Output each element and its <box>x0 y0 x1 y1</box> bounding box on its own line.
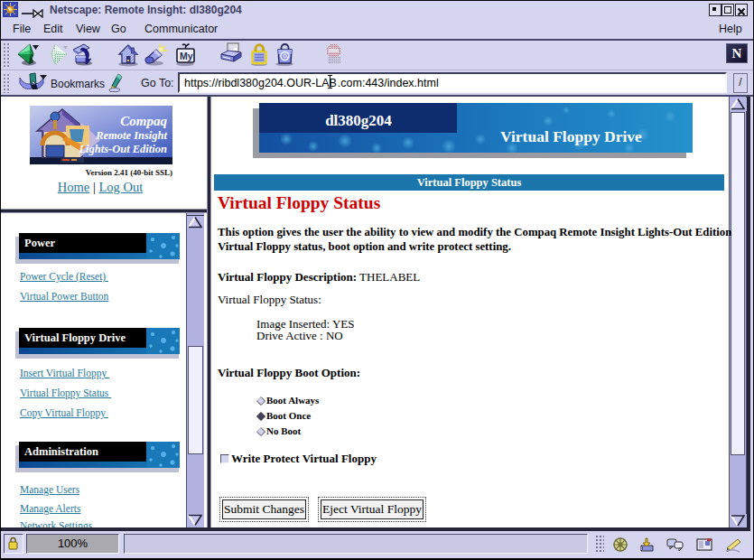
svg-text:My: My <box>180 51 193 61</box>
svg-text:Lights-Out Edition: Lights-Out Edition <box>78 143 167 155</box>
svg-text:Power: Power <box>24 237 55 249</box>
svg-text:Remote Insight: Remote Insight <box>95 129 167 142</box>
svg-text:Virtual Floppy Drive: Virtual Floppy Drive <box>24 331 126 344</box>
svg-text:Compaq: Compaq <box>120 114 167 128</box>
svg-text:dl380g204: dl380g204 <box>325 112 392 129</box>
svg-text:Virtual Floppy Drive: Virtual Floppy Drive <box>500 127 642 145</box>
svg-text:Administration: Administration <box>24 445 98 458</box>
